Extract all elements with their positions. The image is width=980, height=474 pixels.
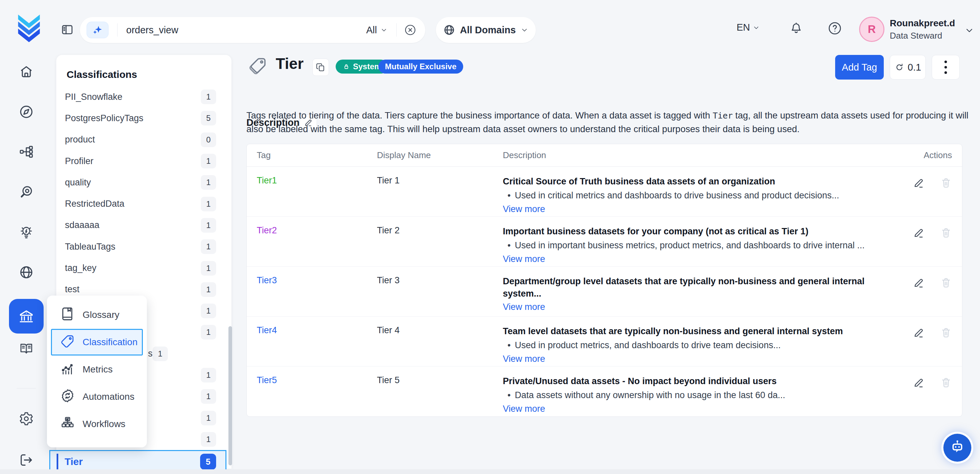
popup-item-label: Metrics xyxy=(83,364,113,375)
chat-assistant-bot-button[interactable] xyxy=(943,434,971,462)
classification-list-item[interactable]: Profiler 1 xyxy=(56,151,231,172)
tag-icon xyxy=(249,56,268,76)
classification-list-item[interactable]: PII_Snowflake 1 xyxy=(56,86,231,108)
view-more-link[interactable]: View more xyxy=(503,254,545,264)
nav-lineage-icon[interactable] xyxy=(19,144,34,159)
bank-icon xyxy=(18,307,35,325)
nav-discover-compass-icon[interactable] xyxy=(19,104,34,119)
popup-item-label: Workflows xyxy=(83,419,126,429)
popup-item-classification[interactable]: Classification xyxy=(51,329,143,355)
display-name-cell: Tier 3 xyxy=(377,267,503,316)
classification-list-item[interactable]: PostgresPolicyTags 5 xyxy=(56,108,231,129)
description-title: Important business datasets for your com… xyxy=(503,225,889,238)
language-selector[interactable]: EN xyxy=(737,22,760,33)
search-scope-dropdown[interactable]: All xyxy=(366,25,388,36)
description-bullet: Used in product metrics, and dashboards … xyxy=(503,339,889,352)
classification-count-badge: 1 xyxy=(201,239,216,254)
popup-item-workflows[interactable]: Workflows xyxy=(51,411,143,437)
description-bullet: Data assets without any ownership with n… xyxy=(503,389,889,402)
classification-icon xyxy=(60,334,75,351)
tag-link[interactable]: Tier3 xyxy=(257,275,277,285)
classification-name: Profiler xyxy=(65,156,201,167)
nav-insights-bulb-icon[interactable] xyxy=(19,225,34,240)
classification-list-item[interactable]: sdaaaaa 1 xyxy=(56,215,231,236)
page-bottom-edge xyxy=(0,469,980,474)
view-more-link[interactable]: View more xyxy=(503,404,545,414)
column-header-description: Description xyxy=(503,150,889,161)
version-button[interactable]: 0.1 xyxy=(890,55,926,80)
classification-name: tag_key xyxy=(65,263,201,273)
tag-link[interactable]: Tier1 xyxy=(257,175,277,185)
popup-item-automations[interactable]: Automations xyxy=(51,383,143,410)
classification-count-badge: 1 xyxy=(201,282,216,297)
global-search[interactable]: orders_view All xyxy=(80,17,425,43)
more-options-kebab-icon[interactable] xyxy=(932,55,960,80)
column-header-display-name: Display Name xyxy=(377,150,503,161)
globe-icon xyxy=(443,24,455,36)
classification-count-badge: 1 xyxy=(201,368,216,382)
delete-trash-icon[interactable] xyxy=(940,177,952,190)
edit-pencil-icon[interactable] xyxy=(913,227,925,240)
user-menu-chevron-icon[interactable] xyxy=(964,25,974,36)
copy-icon[interactable] xyxy=(312,59,329,76)
view-more-link[interactable]: View more xyxy=(503,204,545,215)
classification-list-item[interactable]: TableauTags 1 xyxy=(56,236,231,257)
view-more-link[interactable]: View more xyxy=(503,354,545,364)
classification-list-item[interactable]: RestrictedData 1 xyxy=(56,193,231,215)
table-row: Tier4 Tier 4 Team level datasets that ar… xyxy=(247,317,962,366)
search-input[interactable]: orders_view xyxy=(126,25,366,36)
system-badge-label: System xyxy=(353,62,381,71)
popup-item-glossary[interactable]: Glossary xyxy=(51,302,143,328)
delete-trash-icon[interactable] xyxy=(940,277,952,289)
lock-icon xyxy=(342,62,350,71)
edit-pencil-icon[interactable] xyxy=(913,177,925,190)
nav-settings-gear-icon[interactable] xyxy=(19,411,34,426)
tag-link[interactable]: Tier4 xyxy=(257,325,277,335)
description-code: Tier xyxy=(713,111,733,121)
classification-count-badge: 0 xyxy=(201,132,216,147)
mutually-exclusive-badge: Mutually Exclusive xyxy=(378,60,463,73)
nav-governance-active[interactable] xyxy=(9,299,44,334)
metrics-icon xyxy=(60,361,75,379)
user-avatar[interactable]: R xyxy=(859,17,885,42)
notifications-bell-icon[interactable] xyxy=(789,21,804,37)
clear-search-icon[interactable] xyxy=(404,24,417,36)
all-domains-button[interactable]: All Domains xyxy=(436,17,536,43)
column-header-actions: Actions xyxy=(889,150,952,161)
chevron-down-icon xyxy=(752,24,760,31)
description-cell: Private/Unused data assets - No impact b… xyxy=(503,366,889,417)
edit-pencil-icon[interactable] xyxy=(913,326,925,339)
classification-name: product xyxy=(65,135,201,145)
tag-link[interactable]: Tier2 xyxy=(257,225,277,235)
chevron-down-icon xyxy=(520,26,528,34)
nav-web-globe-icon[interactable] xyxy=(19,265,34,280)
delete-trash-icon[interactable] xyxy=(940,326,952,339)
description-cell: Team level datasets that are typically n… xyxy=(503,317,889,366)
delete-trash-icon[interactable] xyxy=(940,377,952,390)
automations-icon xyxy=(60,388,75,406)
nav-reference-book-icon[interactable] xyxy=(19,341,34,356)
add-tag-button[interactable]: Add Tag xyxy=(835,55,884,80)
tag-link[interactable]: Tier5 xyxy=(257,375,277,385)
edit-pencil-icon[interactable] xyxy=(913,277,925,289)
table-row: Tier2 Tier 2 Important business datasets… xyxy=(247,217,962,267)
classification-list-item[interactable]: tag_key 1 xyxy=(56,257,231,278)
nav-logout-icon[interactable] xyxy=(19,452,34,468)
table-header: Tag Display Name Description Actions xyxy=(247,144,962,167)
classification-list-item[interactable]: quality 1 xyxy=(56,172,231,193)
panel-scrollbar[interactable] xyxy=(228,326,232,465)
delete-trash-icon[interactable] xyxy=(940,227,952,240)
avatar-initial: R xyxy=(868,23,876,36)
display-name-cell: Tier 5 xyxy=(377,366,503,417)
ai-sparkles-icon[interactable] xyxy=(87,22,108,38)
nav-home-icon[interactable] xyxy=(19,64,34,79)
help-icon[interactable] xyxy=(827,21,843,37)
nav-profile-search-icon[interactable] xyxy=(19,185,34,200)
classification-list-item[interactable]: product 0 xyxy=(56,129,231,151)
chevron-down-icon xyxy=(380,26,388,33)
description-part: Tags related to tiering of the data. Tie… xyxy=(247,110,713,121)
edit-pencil-icon[interactable] xyxy=(913,377,925,390)
view-more-link[interactable]: View more xyxy=(503,302,545,312)
popup-item-metrics[interactable]: Metrics xyxy=(51,356,143,383)
sidebar-toggle-icon[interactable] xyxy=(60,23,75,37)
